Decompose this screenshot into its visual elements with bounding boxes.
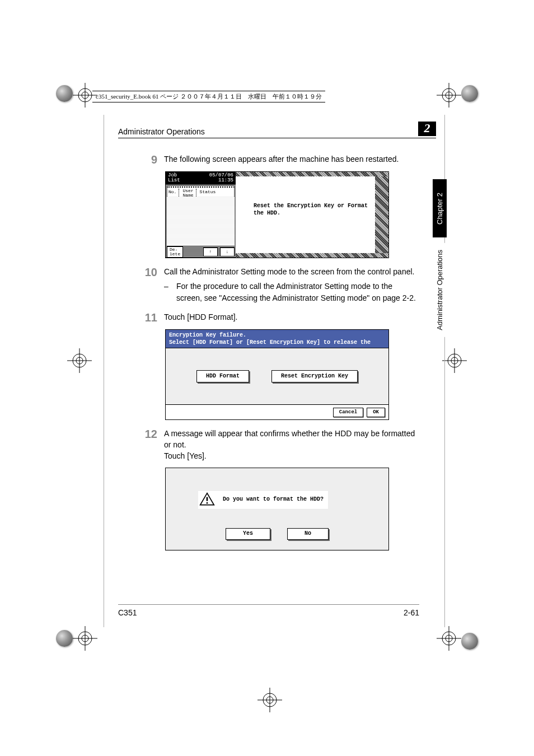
registration-mark	[442, 348, 467, 373]
registration-mark	[73, 83, 97, 108]
crop-sphere	[461, 633, 478, 650]
bullet-text: For the procedure to call the Administra…	[176, 281, 419, 304]
screenshot-hdd-format-select: Encryption Key failure. Select [HDD Form…	[165, 329, 389, 420]
message-panel: Reset the Encryption Key or Format the H…	[236, 172, 388, 258]
reset-message: Reset the Encryption Key or Format the H…	[254, 202, 368, 217]
crop-sphere	[56, 85, 73, 102]
book-meta-text: c351_security_E.book 61 ページ ２００７年４月１１日 水…	[92, 91, 325, 102]
ok-button[interactable]: OK	[367, 408, 385, 417]
step-text: Touch [HDD Format].	[164, 311, 419, 323]
running-head: Administrator Operations 2	[118, 122, 436, 138]
option-area: HDD Format Reset Encryption Key	[166, 348, 388, 405]
job-list-header: Job List 05/07/06 11:35	[166, 172, 236, 184]
content-area: 9 The following screen appears after the…	[118, 146, 419, 550]
step-number: 10	[118, 266, 164, 278]
step-11: 11 Touch [HDD Format].	[118, 311, 419, 324]
registration-mark	[73, 626, 97, 651]
step-10: 10 Call the Administrator Setting mode t…	[118, 266, 419, 304]
decorative-bar	[236, 172, 388, 176]
dialog-button-row: Cancel OK	[333, 408, 385, 417]
error-line1: Encryption Key failure.	[169, 332, 385, 339]
step-text-2: Touch [Yes].	[164, 450, 419, 461]
scroll-up-button[interactable]: ↑	[203, 248, 218, 256]
yes-button[interactable]: Yes	[226, 528, 270, 540]
bullet-dash: –	[164, 281, 176, 304]
job-list-timestamp: 05/07/06 11:35	[209, 173, 233, 183]
decorative-bar	[236, 253, 388, 258]
registration-mark	[257, 688, 282, 712]
crop-sphere	[461, 85, 478, 102]
step-text-1: A message will appear that confirms whet…	[164, 428, 419, 451]
cancel-button[interactable]: Cancel	[333, 408, 363, 417]
step-number: 11	[118, 311, 164, 324]
step-sub-bullet: – For the procedure to call the Administ…	[164, 281, 419, 304]
step-number: 12	[118, 428, 164, 440]
footer-page: 2-61	[404, 608, 419, 617]
warning-icon	[199, 492, 215, 507]
hdd-format-button[interactable]: HDD Format	[196, 370, 249, 383]
step-text: Call the Administrator Setting mode to t…	[164, 266, 419, 277]
crop-sphere	[56, 630, 73, 647]
step-body: Call the Administrator Setting mode to t…	[164, 266, 419, 304]
page-footer: C351 2-61	[118, 604, 419, 617]
running-head-title: Administrator Operations	[118, 127, 205, 136]
step-9: 9 The following screen appears after the…	[118, 153, 419, 166]
side-tabs: Chapter 2 Administrator Operations	[433, 179, 447, 337]
side-tab-section: Administrator Operations	[433, 243, 447, 337]
job-list-label: Job List	[168, 173, 180, 183]
step-body: A message will appear that confirms whet…	[164, 428, 419, 462]
side-tab-chapter: Chapter 2	[433, 179, 447, 237]
delete-button[interactable]: De- lete	[167, 246, 183, 258]
job-list-panel: Job List 05/07/06 11:35 No. User Name St…	[166, 172, 236, 258]
registration-mark	[67, 348, 92, 373]
chapter-number-tab: 2	[418, 122, 436, 136]
registration-mark	[437, 626, 461, 651]
svg-point-15	[207, 502, 208, 504]
registration-mark	[437, 83, 461, 108]
scroll-down-button[interactable]: ↓	[220, 248, 235, 256]
screenshot-format-confirm: Do you want to format the HDD? Yes No	[165, 468, 389, 550]
screenshot-reset-encryption: Job List 05/07/06 11:35 No. User Name St…	[165, 171, 389, 258]
page-frame: Administrator Operations 2 Chapter 2 Adm…	[104, 115, 445, 627]
footer-model: C351	[118, 608, 137, 617]
reset-encryption-key-button[interactable]: Reset Encryption Key	[271, 370, 358, 383]
book-meta-header: c351_security_E.book 61 ページ ２００７年４月１１日 水…	[92, 90, 439, 103]
job-list-body	[167, 197, 235, 245]
step-12: 12 A message will appear that confirms w…	[118, 428, 419, 462]
no-button[interactable]: No	[287, 528, 329, 540]
confirm-button-row: Yes No	[166, 528, 388, 540]
confirm-message: Do you want to format the HDD?	[223, 496, 324, 504]
job-list-buttons: De- lete ↑ ↓	[167, 248, 235, 256]
step-number: 9	[118, 153, 164, 166]
step-text: The following screen appears after the m…	[164, 153, 419, 165]
svg-rect-14	[207, 497, 208, 501]
decorative-side	[375, 176, 388, 253]
confirm-body: Do you want to format the HDD? Yes No	[166, 468, 388, 550]
confirm-message-row: Do you want to format the HDD?	[198, 491, 328, 508]
